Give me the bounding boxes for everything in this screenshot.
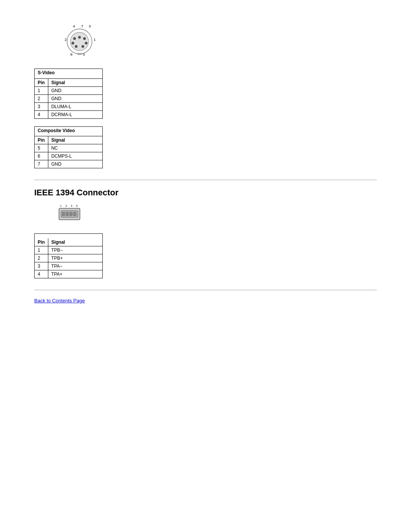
composite-title-row: Composite Video: [35, 126, 103, 133]
svideo-connector-diagram: 4 7 3 2 1 6 5: [57, 23, 103, 61]
ieee-row-1: 1 TPB−: [35, 246, 103, 254]
svg-text:2: 2: [65, 37, 67, 42]
svideo-spacer: [35, 75, 103, 78]
svideo-signal-3: DLUMA-L: [48, 102, 102, 110]
composite-pin-header: Pin: [35, 136, 48, 144]
ieee-table: Pin Signal 1 TPB− 2 TPB+ 3 TPA− 4 TPA+: [34, 233, 103, 278]
ieee-signal-1: TPB−: [48, 246, 102, 254]
svg-point-15: [81, 45, 84, 48]
composite-row-6: 6 DCMPS-L: [35, 152, 103, 160]
svg-point-9: [73, 37, 76, 40]
svg-text:3: 3: [89, 24, 91, 28]
composite-pin-7: 7: [35, 160, 48, 168]
composite-spacer: [35, 133, 103, 136]
ieee-pin-3: 3: [35, 262, 48, 270]
svideo-pin-3: 3: [35, 102, 48, 110]
composite-table: Composite Video Pin Signal 5 NC 6 DCMPS-…: [34, 126, 103, 169]
svg-text:6: 6: [70, 52, 73, 56]
ieee-signal-header: Signal: [48, 238, 102, 246]
section-divider-2: [34, 290, 377, 290]
composite-row-5: 5 NC: [35, 144, 103, 152]
composite-signal-7: GND: [48, 160, 102, 168]
composite-header-row: Pin Signal: [35, 136, 103, 144]
ieee-header-row: Pin Signal: [35, 238, 103, 246]
svideo-title-row: S-Video: [35, 69, 103, 76]
composite-title: Composite Video: [35, 126, 103, 133]
svideo-pin-header: Pin: [35, 78, 48, 86]
ieee-heading: IEEE 1394 Connector: [34, 188, 377, 198]
svg-point-8: [70, 32, 89, 51]
back-link-section: Back to Contents Page: [34, 298, 377, 304]
svg-text:4: 4: [73, 24, 75, 28]
svg-rect-24: [66, 212, 68, 216]
svg-text:7: 7: [81, 24, 83, 28]
svg-text:2: 2: [65, 204, 67, 207]
ieee-signal-4: TPA+: [48, 270, 102, 278]
svideo-table-section: S-Video Pin Signal 1 GND 2 GND: [34, 69, 377, 119]
composite-pin-5: 5: [35, 144, 48, 152]
svg-rect-26: [73, 212, 76, 216]
svg-point-11: [83, 37, 86, 40]
svideo-signal-header: Signal: [48, 78, 102, 86]
ieee-table-section: Pin Signal 1 TPB− 2 TPB+ 3 TPA− 4 TPA+: [34, 233, 377, 278]
svg-point-14: [75, 45, 78, 48]
ieee-row-2: 2 TPB+: [35, 254, 103, 262]
svg-rect-25: [70, 212, 72, 216]
back-to-contents-link[interactable]: Back to Contents Page: [34, 298, 85, 304]
svg-text:3: 3: [71, 204, 72, 207]
svideo-table: S-Video Pin Signal 1 GND 2 GND: [34, 69, 103, 119]
ieee-connector-diagram: 1 2 3 4: [57, 204, 377, 226]
ieee-signal-2: TPB+: [48, 254, 102, 262]
svg-rect-23: [62, 212, 65, 216]
svideo-row-4: 4 DCRMA-L: [35, 110, 103, 118]
svideo-signal-2: GND: [48, 94, 102, 102]
ieee-spacer-top: [35, 234, 103, 238]
ieee-pin-1: 1: [35, 246, 48, 254]
svideo-signal-1: GND: [48, 86, 102, 94]
ieee-row-4: 4 TPA+: [35, 270, 103, 278]
svideo-header-row: Pin Signal: [35, 78, 103, 86]
composite-signal-5: NC: [48, 144, 102, 152]
svideo-row-2: 2 GND: [35, 94, 103, 102]
composite-signal-header: Signal: [48, 136, 102, 144]
composite-table-section: Composite Video Pin Signal 5 NC 6 DCMPS-…: [34, 126, 377, 169]
svideo-title: S-Video: [35, 69, 103, 76]
ieee-signal-3: TPA−: [48, 262, 102, 270]
svideo-row-3: 3 DLUMA-L: [35, 102, 103, 110]
ieee-pin-4: 4: [35, 270, 48, 278]
svideo-pin-2: 2: [35, 94, 48, 102]
section-divider-1: [34, 180, 377, 180]
ieee-pin-header: Pin: [35, 238, 48, 246]
ieee-pin-2: 2: [35, 254, 48, 262]
svg-point-13: [85, 42, 88, 45]
svg-text:1: 1: [60, 204, 62, 207]
page-content: 4 7 3 2 1 6 5 S-Vide: [34, 23, 377, 304]
svideo-signal-4: DCRMA-L: [48, 110, 102, 118]
svg-point-10: [78, 36, 81, 39]
svideo-pin-4: 4: [35, 110, 48, 118]
svg-rect-16: [77, 53, 81, 54]
svg-text:4: 4: [76, 204, 78, 207]
composite-pin-6: 6: [35, 152, 48, 160]
svg-text:1: 1: [94, 37, 96, 42]
composite-signal-6: DCMPS-L: [48, 152, 102, 160]
svideo-row-1: 1 GND: [35, 86, 103, 94]
svideo-pin-1: 1: [35, 86, 48, 94]
composite-row-7: 7 GND: [35, 160, 103, 168]
ieee-row-3: 3 TPA−: [35, 262, 103, 270]
svg-point-12: [72, 42, 74, 45]
